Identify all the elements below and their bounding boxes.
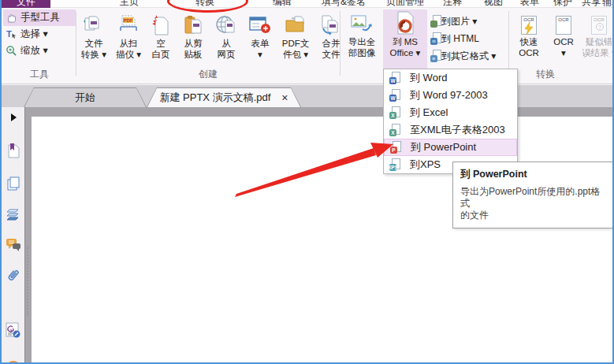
tools-group-label: 工具: [3, 68, 76, 81]
from-webpage-button[interactable]: 从 网页: [211, 11, 241, 71]
hand-tool-button[interactable]: 手型工具: [3, 9, 76, 26]
to-image-button[interactable]: 到图片 ▾: [430, 13, 508, 30]
svg-text:T: T: [6, 29, 12, 39]
tooltip-body-line2: 的文件: [460, 210, 605, 221]
app-window: 文件 主页 转换 编辑 填写&签名 页面管理 注释 视图 表单 保护 共享 辅助…: [0, 0, 614, 364]
ocr-button[interactable]: OCR OCR ▾: [549, 9, 579, 69]
scanner-icon: PDF: [112, 11, 145, 36]
menu-item-to-excel[interactable]: X 到 Excel: [384, 104, 517, 121]
to-html-button[interactable]: ‹› 到 HTML: [430, 30, 508, 47]
document-page: [32, 117, 612, 364]
clipboard-icon: [177, 11, 210, 36]
from-clipboard-button[interactable]: 从剪 贴板: [177, 11, 210, 71]
blank-page-button[interactable]: 空 白页: [147, 11, 175, 71]
xps-file-icon: XPS: [389, 158, 400, 171]
ribbon-tab-bar: 文件 主页 转换 编辑 填写&签名 页面管理 注释 视图 表单 保护 共享 辅助…: [2, 0, 612, 8]
ocr-icon: OCR: [549, 9, 579, 35]
document-tab-bar: 开始 新建 PPTX 演示文稿.pdf ×: [2, 85, 612, 107]
signature-panel-icon[interactable]: [5, 321, 22, 339]
ribbon: 手型工具 T 选择 ▾ 缩放 ▾ 工具 文件 转换 ▾: [2, 8, 612, 84]
powerpoint-file-icon: P: [390, 141, 401, 154]
ms-office-icon: [383, 9, 427, 35]
tab-home[interactable]: 主页: [120, 0, 139, 8]
menu-item-to-word[interactable]: W 到 Word: [384, 69, 517, 87]
create-group-label: 创建: [77, 68, 339, 81]
word-file-icon: W: [389, 72, 400, 84]
quick-ocr-icon: OCR: [512, 9, 545, 35]
menu-item-to-word-97-2003[interactable]: W 到 Word 97-2003: [384, 87, 517, 104]
close-tab-icon[interactable]: ×: [281, 92, 288, 103]
group-separator: [340, 11, 340, 76]
group-separator: [76, 11, 76, 76]
create-group: 文件 转换 ▾ PDF 从扫 描仪 ▾ 空 白页: [77, 9, 339, 84]
comments-panel-icon[interactable]: [5, 236, 22, 254]
to-image-icon: [430, 15, 441, 28]
expand-panel-arrow-icon[interactable]: [5, 109, 22, 126]
tools-group: 手型工具 T 选择 ▾ 缩放 ▾ 工具: [3, 9, 76, 84]
zoom-tool-button[interactable]: 缩放 ▾: [3, 43, 76, 59]
tab-fill-sign[interactable]: 填写&签名: [322, 0, 366, 8]
tab-protect[interactable]: 保护: [553, 0, 572, 8]
to-other-format-icon: ≡: [430, 50, 441, 62]
pdf-portfolio-button[interactable]: PDF文 件包 ▾: [277, 11, 314, 71]
tab-edit[interactable]: 编辑: [273, 0, 292, 8]
export-all-images-button[interactable]: 导出全 部图像: [342, 9, 381, 69]
select-tool-button[interactable]: T 选择 ▾: [3, 26, 76, 43]
menu-item-to-powerpoint[interactable]: P 到 PowerPoint: [384, 139, 517, 156]
group-separator: [508, 11, 509, 76]
tab-accessibility[interactable]: 辅助工具: [602, 0, 614, 8]
hand-icon: [6, 12, 17, 24]
to-html-icon: ‹›: [430, 32, 441, 45]
tooltip-body-line1: 导出为PowerPoint所使用的.ppt格式: [460, 186, 605, 210]
tab-file[interactable]: 文件: [2, 0, 50, 8]
tab-form[interactable]: 表单: [520, 0, 539, 8]
quick-ocr-button[interactable]: OCR 快速 OCR: [512, 9, 545, 69]
suspect-results-icon: OCR?: [582, 9, 614, 35]
from-scanner-button[interactable]: PDF 从扫 描仪 ▾: [112, 11, 145, 71]
convert-files-icon: [77, 11, 110, 36]
document-area: [2, 107, 612, 364]
to-other-format-button[interactable]: ≡ 到其它格式 ▾: [430, 47, 508, 65]
tab-start[interactable]: 开始: [24, 87, 147, 107]
folder-icon: [277, 11, 314, 36]
tab-view[interactable]: 视图: [484, 0, 503, 8]
navigation-sidebar: [2, 107, 25, 364]
globe-icon: [211, 11, 241, 36]
tab-share[interactable]: 共享: [582, 0, 601, 8]
blank-page-icon: [147, 11, 175, 36]
magnifier-icon: [6, 45, 17, 57]
menu-item-to-xml-spreadsheet[interactable]: X 至XML电子表格2003: [384, 121, 517, 139]
export-images-icon: [342, 9, 381, 35]
sidebar-icon-partial[interactable]: [5, 356, 22, 364]
powerpoint-tooltip: 到 PowerPoint 导出为PowerPoint所使用的.ppt格式 的文件: [452, 162, 613, 228]
convert-small-buttons: 到图片 ▾ ‹› 到 HTML ≡ 到其它格式 ▾: [430, 13, 508, 65]
bookmarks-panel-icon[interactable]: [5, 142, 22, 159]
attachments-panel-icon[interactable]: [5, 266, 22, 284]
text-select-icon: T: [6, 28, 17, 40]
word-file-icon: W: [389, 89, 400, 102]
pages-panel-icon[interactable]: [5, 175, 22, 192]
form-button[interactable]: 表单 ▾: [244, 11, 276, 71]
to-ms-office-button[interactable]: 到 MS Office ▾: [383, 9, 427, 69]
tab-document[interactable]: 新建 PPTX 演示文稿.pdf ×: [147, 87, 301, 107]
tab-page-organize[interactable]: 页面管理: [386, 0, 424, 8]
excel-file-icon: X: [389, 124, 400, 136]
tab-comment[interactable]: 注释: [443, 0, 462, 8]
panel-splitter[interactable]: [27, 246, 28, 315]
tooltip-title: 到 PowerPoint: [460, 168, 605, 181]
file-convert-button[interactable]: 文件 转换 ▾: [77, 11, 110, 71]
ms-office-dropdown-menu: W 到 Word W 到 Word 97-2003 X 到 Excel X 至X…: [383, 69, 518, 174]
suspect-results-button: OCR? 疑似错 误结果 ▾: [582, 9, 614, 69]
excel-file-icon: X: [389, 106, 400, 119]
svg-text:PDF: PDF: [124, 18, 133, 23]
layers-panel-icon[interactable]: [5, 206, 22, 224]
form-icon: [244, 11, 276, 36]
